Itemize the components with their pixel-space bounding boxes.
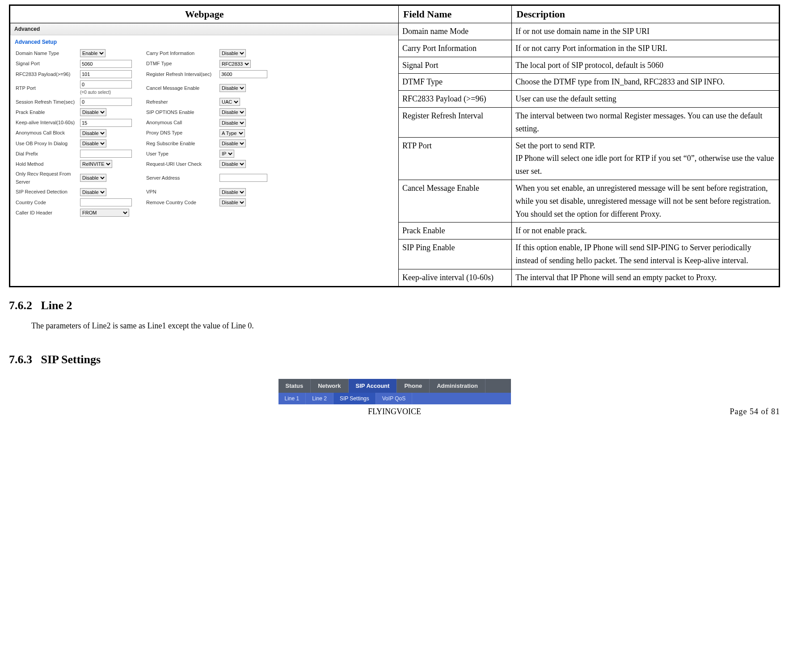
- advanced-grid: Domain Name TypeEnableCarry Port Informa…: [10, 47, 398, 223]
- field-label: Proxy DNS Type: [146, 129, 218, 137]
- field-desc: The local port of SIP protocol, default …: [512, 57, 780, 74]
- field-input[interactable]: [219, 174, 267, 182]
- field-select[interactable]: Disable: [219, 49, 246, 57]
- field-name: Signal Port: [399, 57, 512, 74]
- main-tab[interactable]: Phone: [397, 379, 430, 393]
- sub-tab[interactable]: Line 2: [306, 393, 333, 404]
- field-desc: User can use the default setting: [512, 91, 780, 108]
- nav-screenshot: StatusNetworkSIP AccountPhoneAdministrat…: [278, 379, 511, 404]
- field-select[interactable]: Disable: [80, 108, 106, 116]
- sub-tab[interactable]: VoIP QoS: [376, 393, 412, 404]
- field-label: Hold Method: [16, 160, 78, 168]
- field-desc: If or not carry Port information in the …: [512, 40, 780, 57]
- main-tab[interactable]: SIP Account: [349, 379, 397, 393]
- field-label: Server Address: [146, 174, 218, 182]
- field-name: Keep-alive interval (10-60s): [399, 269, 512, 286]
- line2-body: The parameters of Line2 is same as Line1…: [31, 321, 780, 331]
- field-input[interactable]: [80, 98, 132, 106]
- field-label: Remove Country Code: [146, 199, 218, 207]
- section-bar: Advanced: [10, 23, 398, 35]
- field-select[interactable]: ReINVITE: [80, 160, 112, 168]
- field-label: VPN: [146, 188, 218, 196]
- field-label: Cancel Message Enable: [146, 84, 218, 92]
- field-label: Reg Subscribe Enable: [146, 140, 218, 148]
- field-select[interactable]: Disable: [219, 188, 246, 196]
- field-select[interactable]: FROM: [80, 209, 129, 217]
- field-name: RFC2833 Payload (>=96): [399, 91, 512, 108]
- webpage-screenshot: Advanced Advanced Setup Domain Name Type…: [10, 23, 399, 287]
- field-desc: The interval between two normal Register…: [512, 107, 780, 137]
- field-name: Domain name Mode: [399, 23, 512, 40]
- field-input[interactable]: [219, 70, 267, 78]
- field-select[interactable]: Disable: [80, 188, 106, 196]
- field-desc: Choose the DTMF type from IN_band, RFC28…: [512, 74, 780, 91]
- field-name: RTP Port: [399, 137, 512, 180]
- field-select[interactable]: Enable: [80, 49, 105, 57]
- field-label: Dial Prefix: [16, 150, 78, 158]
- col-webpage: Webpage: [10, 5, 399, 23]
- field-label: Caller ID Header: [16, 209, 78, 217]
- field-label: Signal Port: [16, 60, 78, 68]
- field-label: Session Refresh Time(sec): [16, 98, 78, 106]
- field-desc: If or not enable prack.: [512, 223, 780, 239]
- section-title: SIP Settings: [41, 353, 101, 366]
- field-select[interactable]: Disable: [80, 129, 106, 137]
- field-select[interactable]: Disable: [80, 174, 106, 182]
- sub-tabs: Line 1Line 2SIP SettingsVoIP QoS: [278, 393, 511, 404]
- col-fieldname: Field Name: [399, 5, 512, 23]
- field-select[interactable]: Disable: [80, 139, 106, 147]
- field-label: RTP Port: [16, 84, 78, 92]
- field-select[interactable]: IP: [219, 150, 234, 158]
- field-name: SIP Ping Enable: [399, 239, 512, 269]
- field-select[interactable]: Disable: [219, 198, 246, 206]
- field-name: Register Refresh Interval: [399, 107, 512, 137]
- footer-brand: FLYINGVOICE: [266, 407, 523, 416]
- field-label: Keep-alive Interval(10-60s): [16, 119, 78, 127]
- field-input[interactable]: [80, 119, 132, 127]
- field-select[interactable]: Disable: [219, 119, 246, 127]
- field-select[interactable]: Disable: [219, 139, 246, 147]
- section-title: Line 2: [41, 299, 72, 312]
- field-desc: Set the port to send RTP. IP Phone will …: [512, 137, 780, 180]
- main-tab[interactable]: Status: [278, 379, 311, 393]
- field-reference-table: Webpage Field Name Description Advanced …: [9, 4, 780, 287]
- sub-tab[interactable]: Line 1: [278, 393, 306, 404]
- field-name: Cancel Message Enable: [399, 180, 512, 222]
- field-desc: When you set enable, an unregistered mes…: [512, 180, 780, 222]
- field-label: User Type: [146, 150, 218, 158]
- field-label: Use OB Proxy In Dialog: [16, 140, 78, 148]
- field-select[interactable]: A Type: [219, 129, 245, 137]
- section-number: 7.6.2: [9, 299, 32, 312]
- field-input[interactable]: [80, 60, 132, 68]
- field-label: Carry Port Information: [146, 50, 218, 58]
- field-select[interactable]: Disable: [219, 108, 246, 116]
- field-name: Prack Enable: [399, 223, 512, 239]
- field-label: Register Refresh Interval(sec): [146, 71, 218, 79]
- field-name: DTMF Type: [399, 74, 512, 91]
- section-heading-sip: 7.6.3 SIP Settings: [9, 353, 780, 366]
- field-label: Country Code: [16, 199, 78, 207]
- sub-tab[interactable]: SIP Settings: [333, 393, 376, 404]
- field-label: SIP Received Detection: [16, 188, 78, 196]
- field-desc: If or not use domain name in the SIP URI: [512, 23, 780, 40]
- field-desc: If this option enable, IP Phone will sen…: [512, 239, 780, 269]
- field-input[interactable]: [80, 80, 132, 88]
- field-label: Anonymous Call: [146, 119, 218, 127]
- field-input[interactable]: [80, 198, 132, 206]
- field-select[interactable]: RFC2833: [219, 60, 251, 68]
- field-select[interactable]: Disable: [219, 84, 246, 92]
- footer-page: Page 54 of 81: [523, 407, 780, 416]
- field-select[interactable]: Disable: [219, 160, 246, 168]
- field-label: Prack Enable: [16, 109, 78, 117]
- main-tab[interactable]: Administration: [430, 379, 485, 393]
- field-label: SIP OPTIONS Enable: [146, 109, 218, 117]
- field-label: Request-URI User Check: [146, 160, 218, 168]
- main-tab[interactable]: Network: [311, 379, 348, 393]
- field-input[interactable]: [80, 70, 132, 78]
- field-input[interactable]: [80, 150, 132, 158]
- advanced-setup-title: Advanced Setup: [10, 35, 398, 47]
- main-tabs: StatusNetworkSIP AccountPhoneAdministrat…: [278, 379, 511, 393]
- section-number: 7.6.3: [9, 353, 32, 366]
- field-select[interactable]: UAC: [219, 98, 240, 106]
- field-name: Carry Port Information: [399, 40, 512, 57]
